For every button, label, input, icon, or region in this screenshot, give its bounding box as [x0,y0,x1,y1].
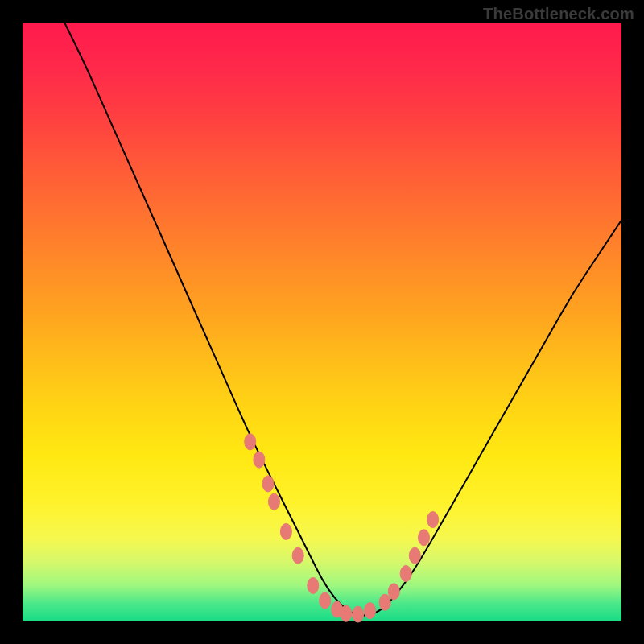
highlighted-dot [419,530,430,546]
highlighted-dot [409,547,420,564]
highlighted-dot [427,512,439,528]
chart-area [23,23,621,621]
watermark-text: TheBottleneck.com [483,5,634,23]
highlighted-dot [245,434,256,450]
highlighted-dot [365,603,376,619]
highlighted-dot [388,584,399,600]
highlighted-dot [254,452,265,468]
highlighted-dot [320,592,331,609]
highlighted-dot [400,566,411,582]
highlighted-dot [280,523,291,539]
highlighted-dot [262,476,274,492]
highlighted-dot [308,577,319,593]
highlighted-dot [353,606,364,622]
highlighted-dots-group [245,434,439,622]
highlighted-dot [292,547,303,564]
highlighted-dot [379,594,390,610]
bottleneck-curve [64,23,621,616]
bottleneck-plot [23,23,621,621]
highlighted-dot [269,493,280,510]
highlighted-dot [341,605,352,621]
